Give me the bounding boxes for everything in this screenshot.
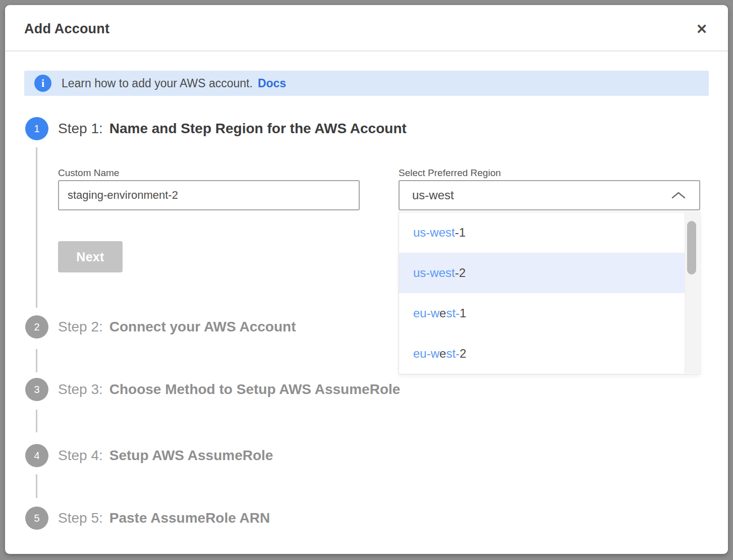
step-4-title: Setup AWS AssumeRole (109, 447, 273, 463)
step-2-header: 2 Step 2:Connect your AWS Account (25, 315, 296, 339)
chevron-up-icon[interactable] (671, 191, 686, 199)
region-option-text: 1 (460, 306, 466, 320)
step-4-prefix: Step 4: (58, 447, 103, 463)
region-option-text: eu-w (413, 306, 439, 320)
region-option-text: -1 (455, 226, 466, 240)
step-5-prefix: Step 5: (58, 510, 103, 526)
step-5-header: 5 Step 5:Paste AssumeRole ARN (25, 507, 270, 530)
header-divider (5, 50, 728, 51)
custom-name-input[interactable] (58, 180, 360, 210)
next-button[interactable]: Next (58, 241, 123, 272)
page-title: Add Account (24, 21, 109, 37)
add-account-modal: Add Account ✕ i Learn how to add your AW… (5, 5, 728, 554)
step-4-header: 4 Step 4:Setup AWS AssumeRole (25, 444, 273, 467)
region-option-text: e (439, 347, 446, 361)
region-combobox (399, 180, 700, 210)
info-icon: i (34, 75, 51, 92)
step-3-header: 3 Step 3:Choose Method to Setup AWS Assu… (25, 378, 400, 401)
step-connector-3 (36, 410, 37, 432)
step-4-number-badge: 4 (25, 444, 48, 467)
step-connector-4 (36, 474, 37, 498)
step-3-number-badge: 3 (25, 378, 48, 401)
dropdown-scrollbar-thumb[interactable] (687, 221, 696, 274)
dropdown-scrollbar-track (685, 213, 699, 373)
step-1-header: 1 Step 1:Name and Step Region for the AW… (25, 117, 407, 140)
step-3-prefix: Step 3: (58, 381, 103, 397)
region-option-text: 2 (460, 347, 466, 361)
step-2-number-badge: 2 (25, 315, 48, 339)
step-5-number-badge: 5 (25, 507, 48, 530)
region-label: Select Preferred Region (399, 167, 501, 179)
step-2-prefix: Step 2: (58, 319, 103, 334)
step-1-prefix: Step 1: (58, 121, 103, 136)
custom-name-label: Custom Name (58, 167, 119, 179)
region-option-text: us-west (413, 266, 455, 280)
region-dropdown: us-west-1us-west-2eu-west-1eu-west-2 (399, 212, 700, 374)
step-1-number-badge: 1 (25, 117, 48, 140)
region-option[interactable]: us-west-2 (399, 253, 685, 293)
region-option-text: eu-w (413, 347, 439, 361)
step-2-title: Connect your AWS Account (109, 319, 296, 334)
region-option-text: e (439, 306, 446, 320)
info-banner: i Learn how to add your AWS account. Doc… (24, 71, 709, 96)
region-option[interactable]: eu-west-1 (399, 293, 685, 333)
region-option[interactable]: us-west-1 (399, 212, 685, 253)
region-option[interactable]: eu-west-2 (399, 333, 685, 374)
step-5-title: Paste AssumeRole ARN (109, 510, 270, 526)
region-option-text: -2 (455, 266, 466, 280)
region-option-text: st- (446, 347, 460, 361)
region-option-text: st- (446, 306, 460, 320)
close-icon[interactable]: ✕ (692, 19, 712, 39)
step-3-title: Choose Method to Setup AWS AssumeRole (109, 381, 401, 397)
region-option-list: us-west-1us-west-2eu-west-1eu-west-2 (399, 212, 685, 374)
step-connector-1 (36, 147, 37, 308)
region-input[interactable] (399, 180, 700, 210)
docs-link[interactable]: Docs (258, 77, 286, 90)
banner-text: Learn how to add your AWS account. (62, 77, 253, 90)
step-1-title: Name and Step Region for the AWS Account (109, 121, 407, 136)
step-connector-2 (36, 349, 37, 372)
region-option-text: us-west (413, 226, 455, 240)
